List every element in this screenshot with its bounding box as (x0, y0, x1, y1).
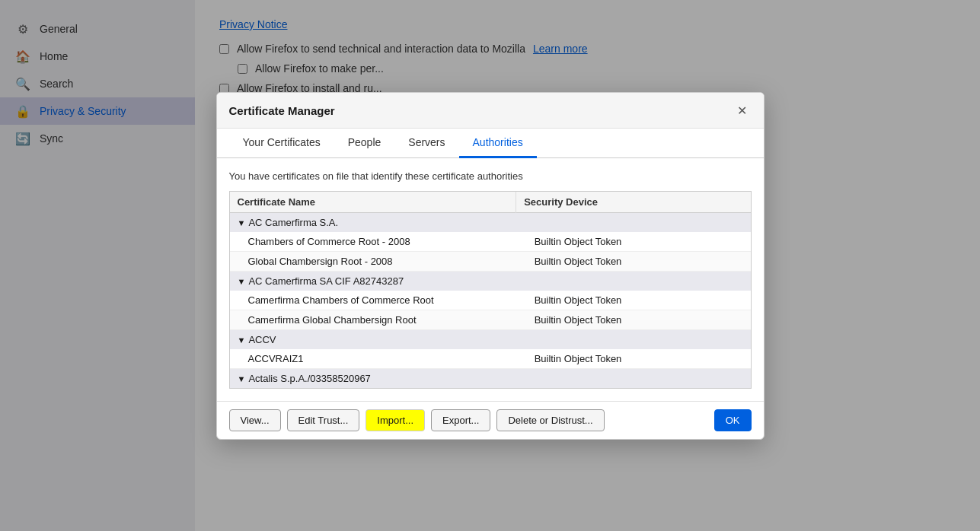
tab-authorities[interactable]: Authorities (459, 129, 537, 158)
ok-button[interactable]: OK (714, 409, 752, 431)
cert-row[interactable]: Camerfirma Chambers of Commerce RootBuil… (230, 291, 751, 310)
import-button[interactable]: Import... (366, 409, 425, 431)
cert-row[interactable]: Global Chambersign Root - 2008Builtin Ob… (230, 251, 751, 271)
cert-table: Certificate Name Security Device ▼AC Cam… (230, 192, 751, 388)
tab-your-certificates[interactable]: Your Certificates (229, 129, 334, 158)
cert-row[interactable]: ACCVRAIZ1Builtin Object Token (230, 349, 751, 369)
delete-distrust-button[interactable]: Delete or Distrust... (496, 409, 604, 431)
cert-group-row[interactable]: ▼Actalis S.p.A./03358520967 (230, 368, 751, 388)
dialog-title: Certificate Manager (229, 104, 335, 117)
view-button[interactable]: View... (229, 409, 281, 431)
cert-group-row[interactable]: ▼AC Camerfirma SA CIF A82743287 (230, 271, 751, 291)
col-header-name: Certificate Name (230, 192, 516, 213)
tab-servers[interactable]: Servers (394, 129, 458, 158)
dialog-close-button[interactable]: ✕ (733, 102, 752, 120)
dialog-body: You have certificates on file that ident… (217, 158, 764, 401)
cert-table-container[interactable]: Certificate Name Security Device ▼AC Cam… (229, 191, 752, 389)
modal-overlay: Certificate Manager ✕ Your Certificates … (0, 0, 980, 531)
dialog-tabs: Your Certificates People Servers Authori… (217, 129, 764, 158)
cert-group-row[interactable]: ▼ACCV (230, 329, 751, 349)
edit-trust-button[interactable]: Edit Trust... (287, 409, 360, 431)
export-button[interactable]: Export... (431, 409, 490, 431)
dialog-title-bar: Certificate Manager ✕ (217, 93, 764, 129)
certificate-manager-dialog: Certificate Manager ✕ Your Certificates … (216, 92, 765, 440)
dialog-footer: View... Edit Trust... Import... Export..… (217, 401, 764, 439)
cert-row[interactable]: Chambers of Commerce Root - 2008Builtin … (230, 232, 751, 252)
tab-people[interactable]: People (334, 129, 395, 158)
dialog-description: You have certificates on file that ident… (229, 170, 752, 182)
cert-group-row[interactable]: ▼AC Camerfirma S.A. (230, 212, 751, 232)
cert-row[interactable]: Camerfirma Global Chambersign RootBuilti… (230, 310, 751, 329)
col-header-device: Security Device (516, 192, 751, 213)
